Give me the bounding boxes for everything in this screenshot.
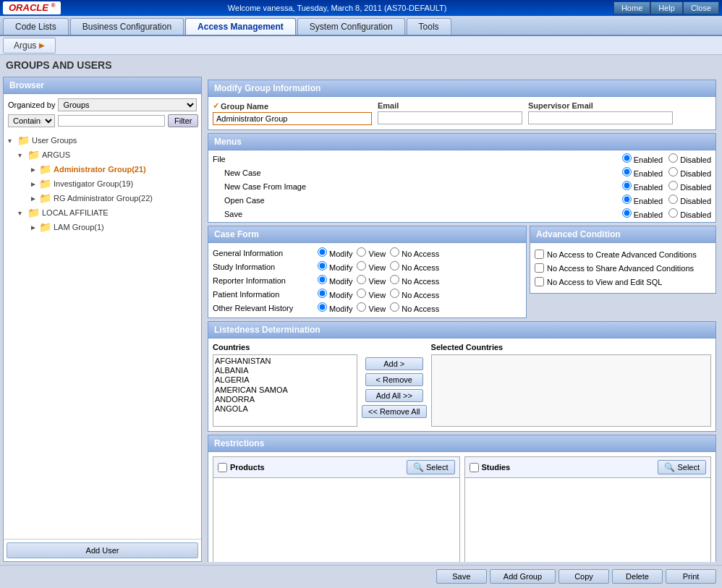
cf-reporter-noaccess[interactable] — [390, 275, 399, 284]
menu-file-enabled-label[interactable]: Enabled — [622, 153, 663, 164]
cf-general-noaccess[interactable] — [390, 247, 399, 257]
sub-tab-argus[interactable]: Argus ▶ — [3, 38, 56, 54]
menu-newcaseimage-disabled-label[interactable]: Disabled — [668, 181, 711, 192]
add-user-button[interactable]: Add User — [7, 542, 198, 558]
menu-newcaseimage-disabled-radio[interactable] — [668, 181, 678, 190]
cf-reporter-view[interactable] — [357, 275, 366, 284]
cf-general-view[interactable] — [357, 247, 366, 257]
expander-investigator[interactable]: ► — [30, 180, 37, 188]
menu-opencase-enabled-label[interactable]: Enabled — [622, 195, 663, 205]
menu-opencase-disabled-label[interactable]: Disabled — [668, 195, 711, 205]
products-select-button[interactable]: 🔍 Select — [407, 460, 455, 474]
adv-sql-checkbox[interactable] — [535, 277, 544, 286]
cf-history-view[interactable] — [357, 302, 366, 312]
email-input[interactable] — [378, 111, 522, 124]
cf-patient-view[interactable] — [357, 289, 366, 298]
menu-save-disabled-radio[interactable] — [668, 208, 678, 218]
tree-local-affiliate[interactable]: ▾ 📁 LOCAL AFFILIATE — [18, 205, 197, 220]
expander-argus[interactable]: ▾ — [18, 151, 25, 159]
menu-file-enabled-radio[interactable] — [622, 153, 632, 163]
cf-study-noaccess[interactable] — [390, 261, 399, 270]
menu-newcase-disabled-label[interactable]: Disabled — [668, 167, 711, 178]
cf-study-view[interactable] — [357, 261, 366, 270]
group-name-input[interactable] — [213, 112, 372, 125]
top-buttons: Home Help Close — [613, 1, 719, 14]
organized-by-select[interactable]: Groups — [58, 98, 197, 111]
cf-general-modify[interactable] — [318, 247, 327, 257]
remove-all-button[interactable]: << Remove All — [362, 405, 427, 418]
expander-admin-group[interactable]: ► — [30, 166, 37, 174]
cf-patient-noaccess[interactable] — [390, 289, 399, 298]
tab-code-lists[interactable]: Code Lists — [3, 18, 69, 35]
admin-group-icon: 📁 — [39, 163, 51, 175]
products-select-label: Select — [426, 463, 449, 472]
menu-save-enabled-label[interactable]: Enabled — [622, 208, 663, 219]
expander-lam[interactable]: ► — [30, 223, 37, 231]
filter-input[interactable] — [58, 115, 165, 127]
tree-admin-group[interactable]: ► 📁 Administrator Group(21) — [30, 162, 197, 176]
adv-share-checkbox[interactable] — [535, 263, 544, 273]
menu-newcase-enabled-label[interactable]: Enabled — [622, 167, 663, 178]
contains-select[interactable]: Contains — [8, 114, 55, 127]
remove-button[interactable]: < Remove — [365, 373, 423, 386]
countries-listbox[interactable]: AFGHANISTAN ALBANIA ALGERIA AMERICAN SAM… — [213, 355, 357, 426]
menu-save-enabled-radio[interactable] — [622, 208, 632, 218]
tab-access-management[interactable]: Access Management — [185, 18, 296, 35]
help-button[interactable]: Help — [650, 1, 683, 14]
save-button[interactable]: Save — [436, 569, 487, 584]
menu-newcaseimage-enabled-radio[interactable] — [622, 181, 632, 190]
menu-file-disabled-label[interactable]: Disabled — [668, 153, 711, 164]
cf-history-noaccess[interactable] — [390, 302, 399, 312]
copy-button[interactable]: Copy — [559, 569, 609, 584]
menu-row-newcaseimage: New Case From Image Enabled Disabled — [213, 179, 711, 193]
filter-button[interactable]: Filter — [168, 114, 198, 127]
products-title: Products — [218, 463, 265, 472]
case-form-header: Case Form — [208, 226, 526, 243]
expander-user-groups[interactable]: ▾ — [8, 137, 15, 145]
add-group-button[interactable]: Add Group — [490, 569, 556, 584]
case-adv-row: Case Form General Information Modify Vie… — [208, 226, 716, 318]
products-panel: Products 🔍 Select — [213, 456, 460, 562]
products-checkbox[interactable] — [218, 463, 227, 472]
menu-opencase-enabled-radio[interactable] — [622, 195, 632, 204]
menus-body: File Enabled Disabled New Case Enabled D… — [208, 150, 715, 222]
case-history-label: Other Relevant History — [213, 304, 318, 312]
cf-history-modify[interactable] — [318, 302, 327, 312]
tab-tools[interactable]: Tools — [407, 18, 451, 35]
tab-system-config[interactable]: System Configuration — [297, 18, 405, 35]
cf-study-modify[interactable] — [318, 261, 327, 270]
cf-reporter-modify[interactable] — [318, 275, 327, 284]
menu-file-disabled-radio[interactable] — [668, 153, 678, 163]
tab-business-config[interactable]: Business Configuration — [70, 18, 184, 35]
close-button[interactable]: Close — [683, 1, 719, 14]
menu-opencase-radios: Enabled Disabled — [622, 195, 711, 205]
sup-email-input[interactable] — [528, 111, 673, 124]
delete-button[interactable]: Delete — [612, 569, 663, 584]
studies-select-button[interactable]: 🔍 Select — [658, 460, 706, 474]
countries-panel: Countries AFGHANISTAN ALBANIA ALGERIA AM… — [213, 343, 357, 427]
tree-argus[interactable]: ▾ 📁 ARGUS — [18, 148, 197, 162]
menu-row-save: Save Enabled Disabled — [213, 207, 711, 221]
menu-newcaseimage-label: New Case From Image — [213, 182, 306, 191]
print-button[interactable]: Print — [666, 569, 716, 584]
tree-investigator-group[interactable]: ► 📁 Investigator Group(19) — [30, 176, 197, 191]
menu-save-disabled-label[interactable]: Disabled — [668, 208, 711, 219]
menu-newcase-disabled-radio[interactable] — [668, 167, 678, 176]
products-label: Products — [230, 463, 265, 472]
cf-patient-modify[interactable] — [318, 289, 327, 298]
add-all-button[interactable]: Add All >> — [365, 389, 423, 402]
case-form-body: General Information Modify View No Acces… — [208, 243, 526, 318]
menu-newcaseimage-enabled-label[interactable]: Enabled — [622, 181, 663, 192]
menu-newcase-enabled-radio[interactable] — [622, 167, 632, 176]
menu-opencase-disabled-radio[interactable] — [668, 195, 678, 204]
expander-local-affiliate[interactable]: ▾ — [18, 209, 25, 217]
expander-rg-admin[interactable]: ► — [30, 195, 37, 203]
selected-countries-list[interactable] — [431, 354, 711, 427]
tree-lam-group[interactable]: ► 📁 LAM Group(1) — [30, 220, 197, 234]
tree-user-groups[interactable]: ▾ 📁 User Groups — [8, 133, 197, 148]
studies-checkbox[interactable] — [470, 463, 479, 472]
home-button[interactable]: Home — [613, 1, 650, 14]
tree-rg-admin-group[interactable]: ► 📁 RG Administrator Group(22) — [30, 191, 197, 205]
adv-create-checkbox[interactable] — [535, 250, 544, 259]
add-button[interactable]: Add > — [365, 357, 423, 370]
